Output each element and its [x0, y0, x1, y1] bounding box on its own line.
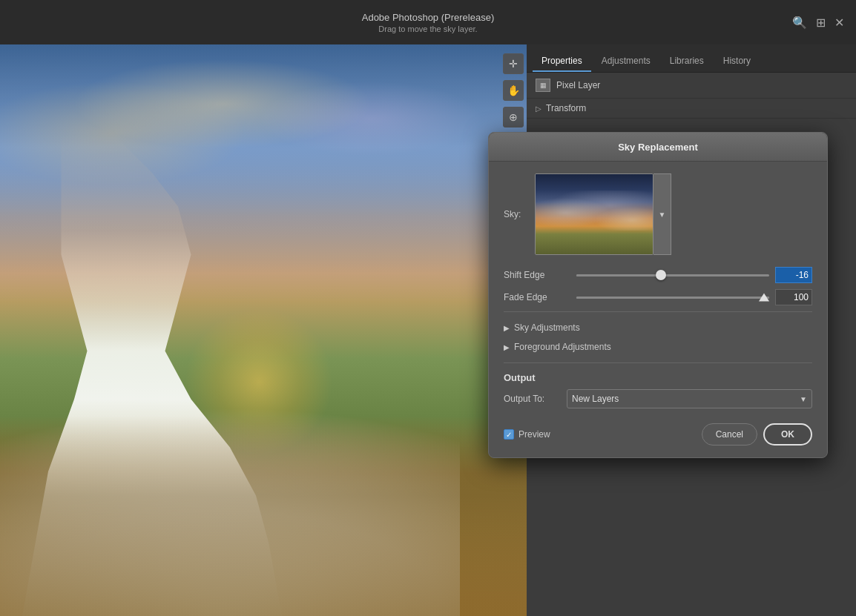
tab-history[interactable]: History [714, 51, 760, 72]
move-icon: ✛ [509, 58, 518, 70]
shift-edge-label: Shift Edge [504, 270, 570, 280]
output-to-value: New Layers [572, 394, 619, 404]
shift-edge-track [576, 274, 769, 276]
app-subtitle: Drag to move the sky layer. [378, 24, 477, 33]
pixel-layer-row: ▦ Pixel Layer [527, 73, 856, 99]
checkmark-icon: ✓ [506, 431, 512, 439]
divider-2 [504, 362, 812, 363]
bottom-row: ✓ Preview Cancel OK [504, 423, 812, 446]
fade-edge-value[interactable]: 100 [775, 289, 812, 305]
transform-chevron-icon: ▷ [536, 105, 541, 113]
foreground-adjustments-header[interactable]: ▶ Foreground Adjustments [504, 337, 812, 357]
sky-label: Sky: [504, 209, 526, 219]
dialog-title: Sky Replacement [618, 142, 698, 153]
sky-adjustments-label: Sky Adjustments [514, 322, 580, 333]
sky-thumb-container: ▼ [535, 173, 812, 255]
sky-replacement-dialog: Sky Replacement Sky: ▼ Shift Edge [488, 132, 828, 458]
preview-label: Preview [518, 429, 550, 440]
move-tool-button[interactable]: ✛ [503, 53, 524, 74]
cancel-button[interactable]: Cancel [702, 423, 757, 446]
output-title: Output [504, 372, 812, 383]
dialog-titlebar: Sky Replacement [489, 133, 827, 162]
layout-icon[interactable]: ⊞ [816, 16, 826, 30]
fade-edge-label: Fade Edge [504, 292, 570, 302]
sky-thumbnail[interactable] [535, 173, 653, 255]
field-overlay [0, 416, 527, 616]
shift-edge-fill [576, 274, 657, 276]
chevron-down-icon: ▼ [659, 211, 666, 219]
sky-dropdown-button[interactable]: ▼ [653, 173, 671, 255]
search-icon[interactable]: 🔍 [792, 16, 807, 30]
output-select-chevron-icon: ▼ [800, 395, 807, 403]
transform-label: Transform [546, 103, 586, 113]
sky-adjustments-chevron-icon: ▶ [504, 324, 510, 332]
preview-checkbox[interactable]: ✓ [504, 429, 514, 440]
sky-thumb-image [536, 174, 653, 254]
preview-checkbox-row[interactable]: ✓ Preview [504, 429, 550, 440]
fade-edge-fill [576, 297, 769, 299]
fade-edge-thumb[interactable] [759, 294, 769, 302]
divider-1 [504, 311, 812, 312]
output-row: Output To: New Layers ▼ [504, 389, 812, 408]
dialog-buttons: Cancel OK [702, 423, 812, 446]
tab-adjustments[interactable]: Adjustments [593, 51, 659, 72]
close-icon[interactable]: ✕ [834, 16, 844, 30]
hand-tool-button[interactable]: ✋ [503, 80, 524, 101]
fade-edge-slider[interactable] [576, 291, 769, 304]
sky-adjustments-header[interactable]: ▶ Sky Adjustments [504, 318, 812, 337]
hand-icon: ✋ [507, 85, 520, 96]
photo-background [0, 44, 527, 616]
panel-tabs: Properties Adjustments Libraries History [527, 44, 856, 73]
pixel-layer-icon: ▦ [536, 79, 550, 92]
app-title: Adobe Photoshop (Prerelease) [362, 12, 495, 23]
shift-edge-thumb[interactable] [656, 270, 666, 280]
zoom-tool-button[interactable]: ⊕ [503, 107, 524, 127]
output-to-select[interactable]: New Layers ▼ [567, 389, 812, 408]
pixel-layer-label: Pixel Layer [556, 80, 600, 90]
dialog-body: Sky: ▼ Shift Edge -16 [489, 162, 827, 457]
titlebar: Adobe Photoshop (Prerelease) Drag to mov… [0, 0, 856, 44]
fade-edge-track [576, 297, 769, 299]
fade-edge-row: Fade Edge 100 [504, 289, 812, 305]
shift-edge-value[interactable]: -16 [775, 267, 812, 283]
sky-select-row: Sky: ▼ [504, 173, 812, 255]
canvas-area [0, 44, 527, 616]
ok-button[interactable]: OK [763, 423, 812, 446]
shift-edge-slider[interactable] [576, 268, 769, 282]
foreground-adjustments-chevron-icon: ▶ [504, 343, 510, 351]
shift-edge-row: Shift Edge -16 [504, 267, 812, 283]
zoom-icon: ⊕ [509, 111, 518, 123]
transform-row[interactable]: ▷ Transform [527, 99, 856, 119]
output-section: Output Output To: New Layers ▼ [504, 369, 812, 414]
titlebar-icons: 🔍 ⊞ ✕ [792, 16, 844, 30]
output-to-label: Output To: [504, 394, 559, 404]
foreground-adjustments-label: Foreground Adjustments [514, 342, 611, 352]
tab-properties[interactable]: Properties [533, 51, 591, 72]
tab-libraries[interactable]: Libraries [661, 51, 713, 72]
sky-thumb-clouds [536, 191, 653, 231]
